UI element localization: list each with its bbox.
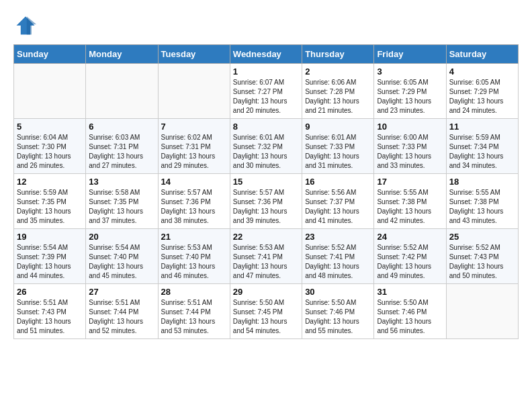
day-number: 18: [449, 177, 515, 187]
day-info: Sunrise: 6:01 AM Sunset: 7:33 PM Dayligh…: [305, 133, 371, 171]
day-number: 6: [89, 122, 154, 132]
calendar-cell: 24Sunrise: 5:52 AM Sunset: 7:42 PM Dayli…: [374, 229, 446, 284]
weekday-header: Sunday: [14, 45, 86, 64]
day-number: 5: [17, 122, 83, 132]
calendar-cell: 2Sunrise: 6:06 AM Sunset: 7:28 PM Daylig…: [302, 64, 374, 119]
weekday-header: Thursday: [302, 45, 374, 64]
calendar-cell: 11Sunrise: 5:59 AM Sunset: 7:34 PM Dayli…: [446, 119, 518, 174]
calendar-cell: 13Sunrise: 5:58 AM Sunset: 7:35 PM Dayli…: [86, 174, 158, 229]
calendar-cell: 7Sunrise: 6:02 AM Sunset: 7:31 PM Daylig…: [158, 119, 230, 174]
day-number: 11: [449, 122, 515, 132]
day-number: 29: [233, 287, 299, 297]
calendar-cell: 30Sunrise: 5:50 AM Sunset: 7:46 PM Dayli…: [302, 284, 374, 339]
day-info: Sunrise: 6:07 AM Sunset: 7:27 PM Dayligh…: [233, 78, 299, 116]
calendar-cell: [446, 284, 518, 339]
calendar-cell: [86, 64, 158, 119]
calendar-cell: 16Sunrise: 5:56 AM Sunset: 7:37 PM Dayli…: [302, 174, 374, 229]
calendar-cell: 10Sunrise: 6:00 AM Sunset: 7:33 PM Dayli…: [374, 119, 446, 174]
calendar-week-row: 26Sunrise: 5:51 AM Sunset: 7:43 PM Dayli…: [14, 284, 519, 339]
day-number: 25: [449, 232, 515, 242]
day-info: Sunrise: 6:04 AM Sunset: 7:30 PM Dayligh…: [17, 133, 83, 171]
day-info: Sunrise: 5:57 AM Sunset: 7:36 PM Dayligh…: [161, 188, 227, 226]
day-info: Sunrise: 6:05 AM Sunset: 7:29 PM Dayligh…: [377, 78, 443, 116]
calendar-cell: 1Sunrise: 6:07 AM Sunset: 7:27 PM Daylig…: [230, 64, 302, 119]
calendar-cell: 18Sunrise: 5:55 AM Sunset: 7:38 PM Dayli…: [446, 174, 518, 229]
day-info: Sunrise: 5:56 AM Sunset: 7:37 PM Dayligh…: [305, 188, 371, 226]
day-number: 24: [377, 232, 443, 242]
day-number: 31: [377, 287, 443, 297]
calendar-table: SundayMondayTuesdayWednesdayThursdayFrid…: [13, 44, 519, 339]
day-number: 17: [377, 177, 443, 187]
weekday-header: Friday: [374, 45, 446, 64]
day-info: Sunrise: 6:06 AM Sunset: 7:28 PM Dayligh…: [305, 78, 371, 116]
day-info: Sunrise: 6:05 AM Sunset: 7:29 PM Dayligh…: [449, 78, 515, 116]
day-info: Sunrise: 5:54 AM Sunset: 7:40 PM Dayligh…: [89, 243, 154, 281]
day-info: Sunrise: 5:52 AM Sunset: 7:43 PM Dayligh…: [449, 243, 515, 281]
day-info: Sunrise: 5:52 AM Sunset: 7:41 PM Dayligh…: [305, 243, 371, 281]
day-info: Sunrise: 6:01 AM Sunset: 7:32 PM Dayligh…: [233, 133, 299, 171]
day-number: 21: [161, 232, 227, 242]
day-info: Sunrise: 5:51 AM Sunset: 7:44 PM Dayligh…: [89, 298, 154, 336]
day-number: 20: [89, 232, 154, 242]
calendar-cell: 19Sunrise: 5:54 AM Sunset: 7:39 PM Dayli…: [14, 229, 86, 284]
day-number: 23: [305, 232, 371, 242]
day-number: 8: [233, 122, 299, 132]
day-number: 22: [233, 232, 299, 242]
weekday-header: Monday: [86, 45, 158, 64]
day-number: 28: [161, 287, 227, 297]
day-info: Sunrise: 5:55 AM Sunset: 7:38 PM Dayligh…: [377, 188, 443, 226]
day-info: Sunrise: 5:53 AM Sunset: 7:41 PM Dayligh…: [233, 243, 299, 281]
day-info: Sunrise: 5:50 AM Sunset: 7:45 PM Dayligh…: [233, 298, 299, 336]
calendar-cell: 25Sunrise: 5:52 AM Sunset: 7:43 PM Dayli…: [446, 229, 518, 284]
calendar-cell: 26Sunrise: 5:51 AM Sunset: 7:43 PM Dayli…: [14, 284, 86, 339]
calendar-week-row: 1Sunrise: 6:07 AM Sunset: 7:27 PM Daylig…: [14, 64, 519, 119]
day-info: Sunrise: 5:54 AM Sunset: 7:39 PM Dayligh…: [17, 243, 83, 281]
calendar-cell: 9Sunrise: 6:01 AM Sunset: 7:33 PM Daylig…: [302, 119, 374, 174]
day-info: Sunrise: 5:50 AM Sunset: 7:46 PM Dayligh…: [305, 298, 371, 336]
day-number: 3: [377, 66, 443, 77]
day-number: 27: [89, 287, 154, 297]
day-number: 10: [377, 122, 443, 132]
calendar-cell: 6Sunrise: 6:03 AM Sunset: 7:31 PM Daylig…: [86, 119, 158, 174]
calendar-cell: 28Sunrise: 5:51 AM Sunset: 7:44 PM Dayli…: [158, 284, 230, 339]
calendar-week-row: 5Sunrise: 6:04 AM Sunset: 7:30 PM Daylig…: [14, 119, 519, 174]
calendar-cell: 8Sunrise: 6:01 AM Sunset: 7:32 PM Daylig…: [230, 119, 302, 174]
calendar-cell: 23Sunrise: 5:52 AM Sunset: 7:41 PM Dayli…: [302, 229, 374, 284]
weekday-header: Saturday: [446, 45, 518, 64]
day-number: 13: [89, 177, 154, 187]
calendar-week-row: 19Sunrise: 5:54 AM Sunset: 7:39 PM Dayli…: [14, 229, 519, 284]
day-number: 2: [305, 66, 371, 77]
calendar-week-row: 12Sunrise: 5:59 AM Sunset: 7:35 PM Dayli…: [14, 174, 519, 229]
day-info: Sunrise: 5:59 AM Sunset: 7:35 PM Dayligh…: [17, 188, 83, 226]
day-info: Sunrise: 5:53 AM Sunset: 7:40 PM Dayligh…: [161, 243, 227, 281]
calendar-cell: 14Sunrise: 5:57 AM Sunset: 7:36 PM Dayli…: [158, 174, 230, 229]
day-number: 9: [305, 122, 371, 132]
day-info: Sunrise: 5:58 AM Sunset: 7:35 PM Dayligh…: [89, 188, 154, 226]
calendar-cell: [14, 64, 86, 119]
day-info: Sunrise: 5:59 AM Sunset: 7:34 PM Dayligh…: [449, 133, 515, 171]
calendar-cell: 22Sunrise: 5:53 AM Sunset: 7:41 PM Dayli…: [230, 229, 302, 284]
weekday-header: Tuesday: [158, 45, 230, 64]
calendar-cell: 17Sunrise: 5:55 AM Sunset: 7:38 PM Dayli…: [374, 174, 446, 229]
calendar-cell: 12Sunrise: 5:59 AM Sunset: 7:35 PM Dayli…: [14, 174, 86, 229]
day-number: 15: [233, 177, 299, 187]
calendar-cell: 5Sunrise: 6:04 AM Sunset: 7:30 PM Daylig…: [14, 119, 86, 174]
weekday-header: Wednesday: [230, 45, 302, 64]
day-number: 19: [17, 232, 83, 242]
day-info: Sunrise: 5:50 AM Sunset: 7:46 PM Dayligh…: [377, 298, 443, 336]
day-number: 1: [233, 66, 299, 77]
day-number: 16: [305, 177, 371, 187]
logo: [13, 13, 42, 38]
day-info: Sunrise: 6:03 AM Sunset: 7:31 PM Dayligh…: [89, 133, 154, 171]
day-number: 14: [161, 177, 227, 187]
day-info: Sunrise: 6:02 AM Sunset: 7:31 PM Dayligh…: [161, 133, 227, 171]
day-info: Sunrise: 6:00 AM Sunset: 7:33 PM Dayligh…: [377, 133, 443, 171]
day-number: 26: [17, 287, 83, 297]
day-info: Sunrise: 5:52 AM Sunset: 7:42 PM Dayligh…: [377, 243, 443, 281]
calendar-header-row: SundayMondayTuesdayWednesdayThursdayFrid…: [14, 45, 519, 64]
day-number: 7: [161, 122, 227, 132]
calendar-cell: 20Sunrise: 5:54 AM Sunset: 7:40 PM Dayli…: [86, 229, 158, 284]
day-info: Sunrise: 5:57 AM Sunset: 7:36 PM Dayligh…: [233, 188, 299, 226]
day-number: 30: [305, 287, 371, 297]
calendar-cell: 4Sunrise: 6:05 AM Sunset: 7:29 PM Daylig…: [446, 64, 518, 119]
